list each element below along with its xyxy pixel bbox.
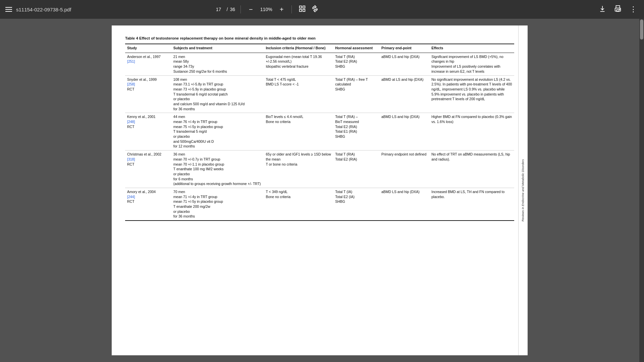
cell-study: Kenny et al., 2001 [248] RCT: [125, 113, 171, 150]
ref-link[interactable]: [251]: [127, 59, 135, 63]
fit-page-button[interactable]: [297, 4, 307, 15]
cell-inclusion: T < 349 ng/dLBone no criteria: [264, 188, 333, 221]
header-inclusion: Inclusion criteria (Hormonal / Bone): [264, 44, 333, 53]
download-button[interactable]: [597, 4, 607, 15]
page-navigation: 17 / 36: [213, 7, 235, 12]
pdf-page: Table 4 Effect of testosterone replaceme…: [112, 25, 528, 355]
header-study: Study: [125, 44, 171, 53]
divider-2: [291, 5, 292, 13]
page-separator: /: [227, 7, 228, 12]
header-effects: Effects: [429, 44, 514, 53]
cell-primary: aBMD LS and hip (DXA): [379, 53, 429, 75]
zoom-level-display: 110%: [258, 7, 274, 12]
pdf-viewer: Table 4 Effect of testosterone replaceme…: [0, 19, 644, 362]
svg-rect-3: [303, 9, 305, 11]
toolbar-center: 17 / 36 − 110% +: [213, 4, 320, 15]
table-caption: Table 4 Effect of testosterone replaceme…: [125, 36, 514, 41]
ref-link[interactable]: [244]: [127, 195, 135, 199]
cell-hormonal: Total T (RIA)Total E2 (RIA): [333, 150, 379, 188]
print-button[interactable]: [613, 4, 623, 15]
header-primary: Primary end-point: [379, 44, 429, 53]
filename-label: s11154-022-09738-5.pdf: [16, 7, 71, 12]
cell-subjects: 70 men mean 71 +/-4y in TRT group mean 7…: [171, 188, 264, 221]
more-options-button[interactable]: ⋮: [628, 4, 639, 15]
cell-primary: aBMD LS and hip (DXA): [379, 113, 429, 150]
data-table: Study Subjects and treatment Inclusion c…: [125, 44, 514, 221]
ref-link[interactable]: [258]: [127, 82, 135, 86]
toolbar-right: ⋮: [597, 4, 639, 15]
rotate-button[interactable]: [310, 4, 320, 15]
cell-primary: aBMD LS and hip (DXA): [379, 188, 429, 221]
cell-hormonal: Total T (RIA)Total E2 (RIA)SHBG: [333, 53, 379, 75]
svg-rect-2: [300, 9, 302, 11]
zoom-out-button[interactable]: −: [246, 4, 256, 15]
svg-rect-1: [303, 6, 305, 8]
cell-hormonal: Total T (RIA) –BioT measuredTotal E2 (RI…: [333, 113, 379, 150]
cell-hormonal: Total T (RIA) – free T calculatedSHBG: [333, 75, 379, 113]
divider-1: [240, 5, 241, 13]
table-row: Kenny et al., 2001 [248] RCT 44 men mean…: [125, 113, 514, 150]
side-label: Reviews in Endocrine and Metabolic Disor…: [518, 25, 528, 355]
table-row: Amory et al., 2004 [244] RCT 70 men mean…: [125, 188, 514, 221]
cell-study: Snyder et al., 1999 [258] RCT: [125, 75, 171, 113]
table-header-row: Study Subjects and treatment Inclusion c…: [125, 44, 514, 53]
cell-subjects: 36 men mean 70 +/-0.7y in TRT group mean…: [171, 150, 264, 188]
cell-hormonal: Total T (IA)Total E2 (IA)SHBG: [333, 188, 379, 221]
page-container: Table 4 Effect of testosterone replaceme…: [0, 19, 639, 362]
cell-study: Amory et al., 2004 [244] RCT: [125, 188, 171, 221]
cell-effects: Higher BMD at FN compared to placebo (0.…: [429, 113, 514, 150]
cell-subjects: 21 menmean 58yrange 34-73ySustanon 250 m…: [171, 53, 264, 75]
scrollbar[interactable]: [639, 19, 644, 362]
cell-study: Christmas et al., 2002 [318] RCT: [125, 150, 171, 188]
table-caption-text: Effect of testosterone replacement thera…: [139, 36, 316, 40]
cell-effects: No significant improvement at evolution …: [429, 75, 514, 113]
cell-effects: No effect of TRT on aBMD measurements (L…: [429, 150, 514, 188]
zoom-in-button[interactable]: +: [277, 4, 286, 15]
cell-inclusion: Eugonadal men (mean total T 19.36 +/-2.5…: [264, 53, 333, 75]
cell-subjects: 108 men mean 73.1 +/-5.8y in TRT group m…: [171, 75, 264, 113]
side-label-text: Reviews in Endocrine and Metabolic Disor…: [521, 159, 525, 222]
ref-link[interactable]: [248]: [127, 120, 135, 124]
table-row: Christmas et al., 2002 [318] RCT 36 men …: [125, 150, 514, 188]
cell-subjects: 44 men mean 76 +/-4y in TRT group mean 7…: [171, 113, 264, 150]
header-hormonal: Hormonal assessment: [333, 44, 379, 53]
cell-primary: Primary endpoint not defined: [379, 150, 429, 188]
table-row: Snyder et al., 1999 [258] RCT 108 men me…: [125, 75, 514, 113]
cell-effects: Significant improvement of LS BMD (+5%),…: [429, 53, 514, 75]
current-page-input[interactable]: 17: [213, 7, 225, 12]
svg-rect-6: [616, 9, 619, 11]
total-pages: 36: [230, 7, 235, 12]
toolbar-left: s11154-022-09738-5.pdf: [5, 7, 71, 12]
toolbar: s11154-022-09738-5.pdf 17 / 36 − 110% + …: [0, 0, 644, 19]
cell-inclusion: Total T < 475 ng/dLBMD LS T-score < -1: [264, 75, 333, 113]
header-subjects: Subjects and treatment: [171, 44, 264, 53]
table-number: Table 4: [125, 36, 138, 40]
svg-rect-4: [616, 5, 620, 8]
svg-point-7: [620, 9, 620, 9]
cell-effects: Increased BMD at LS, TH and FN compared …: [429, 188, 514, 221]
menu-icon[interactable]: [5, 7, 12, 12]
scrollbar-thumb[interactable]: [640, 19, 643, 40]
svg-rect-0: [300, 6, 302, 8]
cell-study: Anderson et al., 1997 [251]: [125, 53, 171, 75]
cell-inclusion: 65y or older and IGF1 levels ≥ 1SD below…: [264, 150, 333, 188]
cell-primary: aBMD at LS and hip (DXA): [379, 75, 429, 113]
table-row: Anderson et al., 1997 [251] 21 menmean 5…: [125, 53, 514, 75]
ref-link[interactable]: [318]: [127, 157, 135, 161]
cell-inclusion: BioT levels ≤ 4.4 nmol/LBone no criteria: [264, 113, 333, 150]
